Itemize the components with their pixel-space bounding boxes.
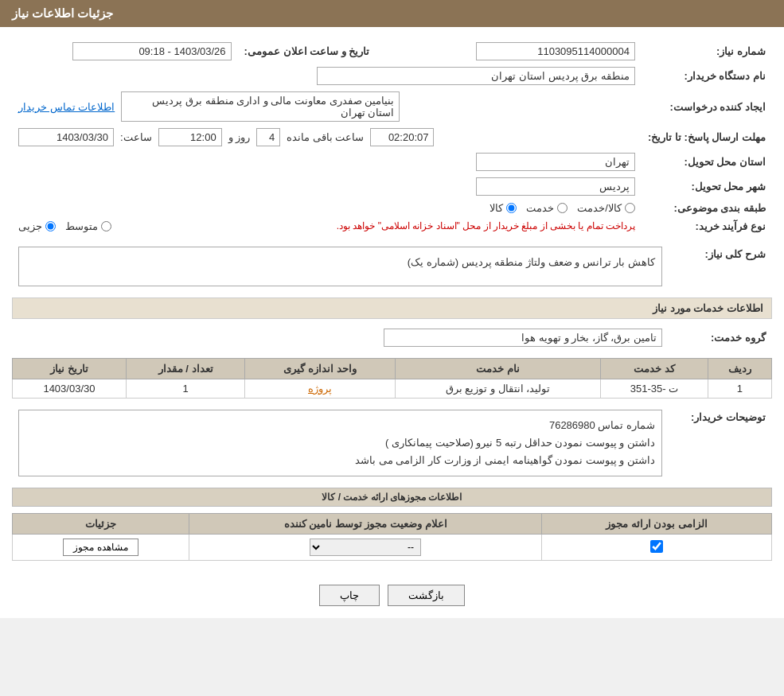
services-table-header: ردیف کد خدمت نام خدمت واحد اندازه گیری ت…: [13, 359, 772, 379]
cell-unit[interactable]: پروژه: [245, 379, 395, 399]
buyer-notes-line3: داشتن و پیوست نمودن گواهینامه ایمنی از و…: [25, 452, 655, 469]
col-service-name: نام خدمت: [395, 359, 600, 379]
announcement-date-value: 1403/03/26 - 09:18: [12, 39, 238, 64]
services-header-row: ردیف کد خدمت نام خدمت واحد اندازه گیری ت…: [13, 359, 772, 379]
buyer-org-label: نام دستگاه خریدار:: [642, 64, 772, 88]
cell-row: 1: [708, 379, 771, 399]
row-buyer-notes: توضیحات خریدار: شماره تماس 76286980 داشت…: [12, 406, 772, 480]
col-date: تاریخ نیاز: [13, 359, 127, 379]
contact-link[interactable]: اطلاعات تماس خریدار: [18, 101, 115, 113]
buyer-notes-line1: شماره تماس 76286980: [25, 417, 655, 434]
deadline-date-input[interactable]: 1403/03/30: [18, 128, 114, 146]
perm-status-select[interactable]: --: [310, 539, 421, 556]
province-input[interactable]: تهران: [476, 153, 635, 171]
category-radio2-label: خدمت: [526, 202, 554, 214]
buyer-notes-value: شماره تماس 76286980 داشتن و پیوست نمودن …: [12, 406, 669, 480]
service-group-label: گروه خدمت:: [669, 325, 772, 350]
deadline-value: 02:20:07 ساعت باقی مانده 4 روز و 12:00 س…: [12, 125, 642, 150]
need-description-table: شرح کلی نیاز: کاهش بار ترانس و ضعف ولتاژ…: [12, 243, 772, 290]
row-deadline: مهلت ارسال پاسخ: تا تاریخ: 02:20:07 ساعت…: [12, 125, 772, 150]
buyer-notes-table: توضیحات خریدار: شماره تماس 76286980 داشت…: [12, 406, 772, 480]
city-label: شهر محل تحویل:: [642, 174, 772, 199]
back-button[interactable]: بازگشت: [388, 585, 465, 606]
permissions-header-row: الزامی بودن ارائه مجوز اعلام وضعیت مجوز …: [13, 514, 772, 535]
radio-kala[interactable]: [506, 203, 517, 213]
deadline-label: مهلت ارسال پاسخ: تا تاریخ:: [642, 125, 772, 150]
deadline-days-input[interactable]: 4: [256, 128, 280, 146]
province-label: استان محل تحویل:: [642, 150, 772, 174]
permissions-table: الزامی بودن ارائه مجوز اعلام وضعیت مجوز …: [12, 513, 772, 561]
city-input[interactable]: پردیس: [476, 177, 635, 196]
deadline-time-input[interactable]: 12:00: [158, 128, 222, 146]
creator-value: بنیامین صفدری معاونت مالی و اداری منطقه …: [12, 88, 642, 125]
purchase-radio-detail[interactable]: جزیی: [18, 220, 56, 232]
city-value: پردیس: [12, 174, 642, 199]
radio-khedmat[interactable]: [557, 203, 568, 213]
cell-service-code: ت -35-351: [601, 379, 708, 399]
category-radio-khedmat[interactable]: خدمت: [526, 202, 568, 214]
need-number-input[interactable]: 1103095114000004: [476, 42, 635, 60]
perm-col-required: الزامی بودن ارائه مجوز: [542, 514, 772, 535]
radio-kala-khedmat[interactable]: [625, 203, 635, 213]
category-radio-kala[interactable]: کالا: [490, 202, 517, 214]
main-info-table: شماره نیاز: 1103095114000004 تاریخ و ساع…: [12, 39, 772, 235]
row-service-group: گروه خدمت: تامین برق، گاز، بخار و تهویه …: [12, 325, 772, 350]
buyer-org-input[interactable]: منطقه برق پردیس استان تهران: [317, 67, 635, 85]
buyer-notes-line2: داشتن و پیوست نمودن حداقل رتبه 5 نیرو (ص…: [25, 434, 655, 452]
service-group-input[interactable]: تامین برق، گاز، بخار و تهویه هوا: [384, 329, 662, 347]
need-number-label: شماره نیاز:: [642, 39, 772, 64]
col-service-code: کد خدمت: [601, 359, 708, 379]
purchase-radio2-label: متوسط: [65, 220, 98, 232]
perm-col-details: جزئیات: [13, 514, 189, 535]
row-need-number: شماره نیاز: 1103095114000004 تاریخ و ساع…: [12, 39, 772, 64]
perm-status-cell: --: [189, 535, 542, 561]
announcement-date-label: تاریخ و ساعت اعلان عمومی:: [238, 39, 376, 64]
permissions-body: -- مشاهده مجوز: [13, 535, 772, 561]
permissions-section-title: اطلاعات مجوزهای ارائه خدمت / کالا: [12, 488, 772, 507]
table-row: 1 ت -35-351 تولید، انتقال و توزیع برق پر…: [13, 379, 772, 399]
need-description-label: شرح کلی نیاز:: [669, 243, 772, 290]
row-need-description: شرح کلی نیاز: کاهش بار ترانس و ضعف ولتاژ…: [12, 243, 772, 290]
row-province: استان محل تحویل: تهران: [12, 150, 772, 174]
purchase-radio-medium[interactable]: متوسط: [65, 220, 111, 232]
service-group-table: گروه خدمت: تامین برق، گاز، بخار و تهویه …: [12, 325, 772, 350]
row-buyer-org: نام دستگاه خریدار: منطقه برق پردیس استان…: [12, 64, 772, 88]
radio-medium[interactable]: [101, 221, 111, 231]
col-row: ردیف: [708, 359, 771, 379]
cell-date: 1403/03/30: [13, 379, 127, 399]
buyer-notes-label: توضیحات خریدار:: [669, 406, 772, 480]
services-table-body: 1 ت -35-351 تولید، انتقال و توزیع برق پر…: [13, 379, 772, 399]
category-radio3-label: کالا/خدمت: [577, 202, 622, 214]
services-section-title: اطلاعات خدمات مورد نیاز: [12, 297, 772, 319]
deadline-days-label: روز و: [228, 131, 251, 143]
page-wrapper: جزئیات اطلاعات نیاز شماره نیاز: 11030951…: [0, 0, 784, 618]
creator-input[interactable]: بنیامین صفدری معاونت مالی و اداری منطقه …: [121, 91, 400, 122]
deadline-time-label: ساعت:: [120, 131, 152, 143]
category-radio1-label: کالا: [490, 202, 503, 214]
category-radio-kala-khedmat[interactable]: کالا/خدمت: [577, 202, 635, 214]
perm-row: -- مشاهده مجوز: [13, 535, 772, 561]
perm-details-cell: مشاهده مجوز: [13, 535, 189, 561]
radio-detail[interactable]: [45, 221, 56, 231]
view-permit-button[interactable]: مشاهده مجوز: [63, 539, 138, 556]
need-number-value: 1103095114000004: [415, 39, 642, 64]
deadline-remaining-input[interactable]: 02:20:07: [370, 128, 434, 146]
purchase-warning: پرداخت تمام یا بخشی از مبلغ خریدار از مح…: [118, 220, 635, 231]
need-description-box: کاهش بار ترانس و ضعف ولتاژ منطقه پردیس (…: [18, 247, 662, 286]
purchase-type-value: پرداخت تمام یا بخشی از مبلغ خریدار از مح…: [12, 217, 642, 235]
cell-service-name: تولید، انتقال و توزیع برق: [395, 379, 600, 399]
announcement-date-input[interactable]: 1403/03/26 - 09:18: [72, 42, 232, 60]
col-unit: واحد اندازه گیری: [245, 359, 395, 379]
category-radios: کالا/خدمت خدمت کالا: [12, 199, 642, 217]
buyer-notes-box: شماره تماس 76286980 داشتن و پیوست نمودن …: [18, 410, 662, 476]
purchase-radio1-label: جزیی: [18, 220, 42, 232]
need-description-value: کاهش بار ترانس و ضعف ولتاژ منطقه پردیس (…: [12, 243, 669, 290]
deadline-remaining-label: ساعت باقی مانده: [287, 131, 364, 143]
service-group-value: تامین برق، گاز، بخار و تهویه هوا: [12, 325, 669, 350]
permissions-header: الزامی بودن ارائه مجوز اعلام وضعیت مجوز …: [13, 514, 772, 535]
perm-required-cell: [542, 535, 772, 561]
purchase-type-label: نوع فرآیند خرید:: [642, 217, 772, 235]
cell-quantity: 1: [126, 379, 244, 399]
print-button[interactable]: چاپ: [319, 585, 380, 606]
perm-required-checkbox[interactable]: [650, 540, 663, 553]
